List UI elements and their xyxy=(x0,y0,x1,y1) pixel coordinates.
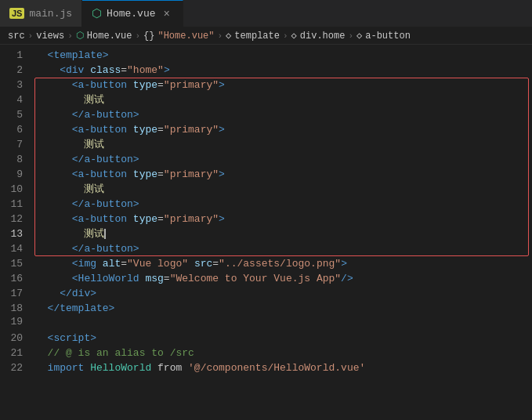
sep1: › xyxy=(28,31,34,41)
line-content: <a-button type="primary"> xyxy=(35,122,532,137)
tab-main-js[interactable]: JS main.js xyxy=(0,0,82,27)
code-line-20: 20 <script> xyxy=(0,331,532,346)
code-line-10: 10 测试 xyxy=(0,182,532,197)
line-number: 16 xyxy=(0,273,35,284)
code-line-13: 13 测试 xyxy=(0,226,532,241)
breadcrumb-template: template xyxy=(234,31,280,42)
line-content: 测试 xyxy=(35,137,532,152)
code-lines: 1 <template>2 <div class="home">3 <a-but… xyxy=(0,45,532,378)
breadcrumb-div-icon: ◇ xyxy=(291,30,297,42)
breadcrumb-template-icon: ◇ xyxy=(226,30,231,42)
line-content: <template> xyxy=(35,48,532,63)
line-content: <div class="home"> xyxy=(35,63,532,78)
tab-label-main-js: main.js xyxy=(29,8,72,20)
breadcrumb-div: div.home xyxy=(300,31,346,42)
line-number: 3 xyxy=(0,79,35,91)
line-number: 8 xyxy=(0,154,35,165)
sep3: › xyxy=(135,31,140,41)
line-number: 22 xyxy=(0,362,35,374)
line-content: <img alt="Vue logo" src="../assets/logo.… xyxy=(35,256,532,271)
line-content: </div> xyxy=(35,286,532,301)
code-line-7: 7 测试 xyxy=(0,137,532,152)
line-content: import HelloWorld from '@/components/Hel… xyxy=(35,360,532,375)
line-content: <a-button type="primary"> xyxy=(35,212,532,226)
sep4: › xyxy=(217,31,223,41)
close-icon[interactable]: × xyxy=(161,6,173,22)
breadcrumb-views: views xyxy=(36,31,64,42)
line-number: 5 xyxy=(0,109,35,121)
code-line-15: 15 <img alt="Vue logo" src="../assets/lo… xyxy=(0,256,532,271)
code-line-6: 6 <a-button type="primary"> xyxy=(0,122,532,137)
code-editor[interactable]: 1 <template>2 <div class="home">3 <a-but… xyxy=(0,45,532,420)
line-content: 测试 xyxy=(35,182,532,197)
line-number: 19 xyxy=(0,316,35,328)
line-content: </a-button> xyxy=(35,152,532,167)
breadcrumb-src: src xyxy=(8,31,25,42)
line-number: 21 xyxy=(0,347,35,359)
code-line-21: 21 // @ is an alias to /src xyxy=(0,346,532,360)
breadcrumb-home-label: "Home.vue" xyxy=(157,31,214,42)
line-number: 11 xyxy=(0,198,35,210)
code-line-18: 18 </template> xyxy=(0,301,532,316)
breadcrumb-comp-icon: ◇ xyxy=(356,30,362,42)
code-line-12: 12 <a-button type="primary"> xyxy=(0,212,532,226)
line-content: <a-button type="primary"> xyxy=(35,167,532,182)
line-content: </a-button> xyxy=(35,107,532,122)
code-line-2: 2 <div class="home"> xyxy=(0,63,532,78)
editor-window: JS main.js ⬡ Home.vue × src › views › ⬡ … xyxy=(0,0,532,420)
sep2: › xyxy=(67,31,73,41)
line-content: </template> xyxy=(35,301,532,316)
line-number: 1 xyxy=(0,49,35,61)
line-content: // @ is an alias to /src xyxy=(35,346,532,360)
line-number: 4 xyxy=(0,94,35,106)
line-number: 18 xyxy=(0,302,35,314)
code-line-19: 19 xyxy=(0,316,532,331)
line-number: 7 xyxy=(0,139,35,150)
text-cursor xyxy=(104,229,106,239)
breadcrumb-obj: {} xyxy=(143,31,154,42)
tab-label-home-vue: Home.vue xyxy=(107,8,155,20)
line-content: <script> xyxy=(35,331,532,346)
code-line-8: 8 </a-button> xyxy=(0,152,532,167)
line-number: 12 xyxy=(0,213,35,225)
line-content: </a-button> xyxy=(35,197,532,212)
line-content: <HelloWorld msg="Welcome to Your Vue.js … xyxy=(35,271,532,286)
line-content: 测试 xyxy=(35,92,532,107)
line-number: 6 xyxy=(0,124,35,136)
breadcrumb: src › views › ⬡ Home.vue › {} "Home.vue"… xyxy=(0,27,532,45)
vue-icon: ⬡ xyxy=(92,6,102,21)
code-line-11: 11 </a-button> xyxy=(0,197,532,212)
code-line-4: 4 测试 xyxy=(0,92,532,107)
code-line-17: 17 </div> xyxy=(0,286,532,301)
line-content: <a-button type="primary"> xyxy=(35,78,532,92)
line-number: 9 xyxy=(0,168,35,180)
code-line-22: 22 import HelloWorld from '@/components/… xyxy=(0,360,532,375)
line-number: 17 xyxy=(0,288,35,299)
line-number: 15 xyxy=(0,258,35,270)
code-line-14: 14 </a-button> xyxy=(0,241,532,256)
code-line-9: 9 <a-button type="primary"> xyxy=(0,167,532,182)
line-number: 10 xyxy=(0,183,35,195)
sep5: › xyxy=(283,31,288,41)
code-line-1: 1 <template> xyxy=(0,48,532,63)
code-line-5: 5 </a-button> xyxy=(0,107,532,122)
line-content: 测试 xyxy=(35,226,532,241)
line-number: 14 xyxy=(0,243,35,255)
line-content: </a-button> xyxy=(35,241,532,256)
breadcrumb-abutton: a-button xyxy=(365,31,411,42)
line-number: 2 xyxy=(0,64,35,76)
js-icon: JS xyxy=(9,8,24,19)
sep6: › xyxy=(348,31,353,41)
breadcrumb-vue-icon: ⬡ xyxy=(76,30,84,42)
code-line-3: 3 <a-button type="primary"> xyxy=(0,78,532,92)
code-line-16: 16 <HelloWorld msg="Welcome to Your Vue.… xyxy=(0,271,532,286)
breadcrumb-file: Home.vue xyxy=(87,31,132,42)
line-number: 13 xyxy=(0,228,35,240)
tab-home-vue[interactable]: ⬡ Home.vue × xyxy=(82,0,183,27)
line-number: 20 xyxy=(0,332,35,344)
tab-bar: JS main.js ⬡ Home.vue × xyxy=(0,0,532,27)
